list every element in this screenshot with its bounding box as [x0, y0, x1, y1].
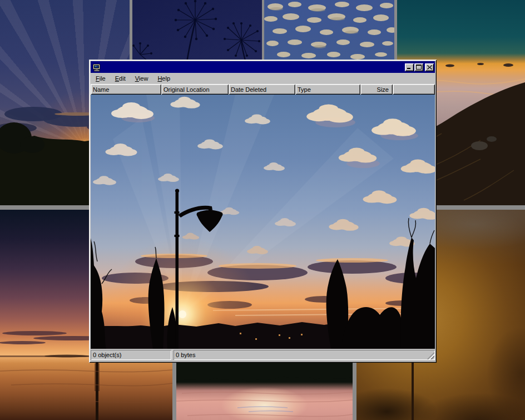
- column-header-original-location[interactable]: Original Location: [161, 84, 229, 95]
- status-size-text: 0 bytes: [176, 352, 195, 358]
- menu-file[interactable]: File: [91, 74, 111, 83]
- recycle-bin-window: File Edit View Help Name Original Locati…: [89, 60, 437, 363]
- status-objects-panel: 0 object(s): [91, 350, 171, 360]
- column-header-type[interactable]: Type: [295, 84, 360, 95]
- column-header-filler[interactable]: [393, 84, 435, 95]
- menu-bar: File Edit View Help: [91, 73, 435, 84]
- status-size-panel: 0 bytes: [174, 350, 435, 360]
- column-header-size[interactable]: Size: [360, 84, 393, 95]
- column-header-name[interactable]: Name: [91, 84, 161, 95]
- resize-grip[interactable]: [427, 352, 434, 359]
- computer-icon: [92, 63, 101, 72]
- status-bar: 0 object(s) 0 bytes: [91, 349, 435, 360]
- menu-help[interactable]: Help: [153, 74, 175, 83]
- minimize-icon: [407, 65, 412, 70]
- window-titlebar[interactable]: [91, 61, 435, 73]
- column-header-date-deleted[interactable]: Date Deleted: [229, 84, 295, 95]
- close-icon: [427, 65, 432, 70]
- maximize-icon: [416, 65, 422, 70]
- lamp-post-sunset-photo: [91, 95, 435, 349]
- blurred-pole-silhouette: [412, 361, 414, 420]
- small-clouds-pattern: [264, 0, 394, 61]
- menu-edit[interactable]: Edit: [111, 74, 131, 83]
- column-header-row: Name Original Location Date Deleted Type…: [91, 84, 435, 95]
- menu-view[interactable]: View: [131, 74, 153, 83]
- minimize-button[interactable]: [405, 63, 414, 71]
- maximize-button[interactable]: [414, 63, 423, 71]
- close-button[interactable]: [425, 63, 434, 71]
- desktop: { "window": { "title": "", "controls": {…: [0, 0, 525, 420]
- reflection-ripples: [176, 364, 353, 420]
- list-view-area[interactable]: [91, 95, 435, 349]
